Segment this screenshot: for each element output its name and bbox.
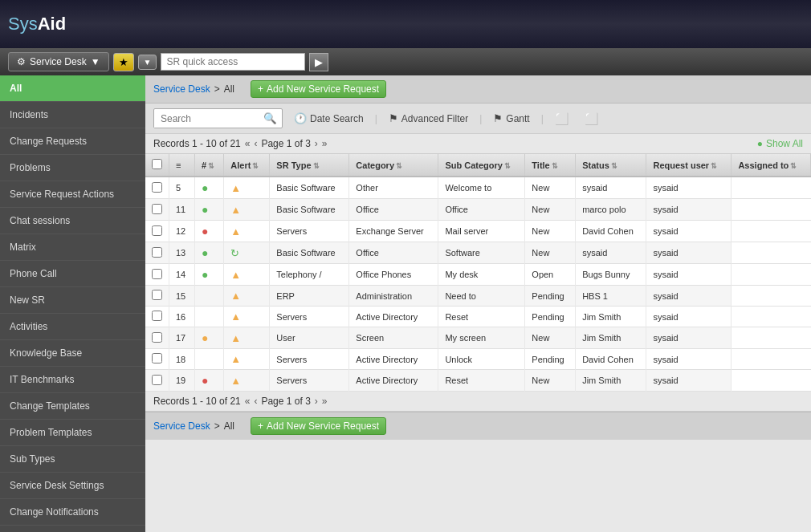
row-checkbox[interactable] xyxy=(152,311,162,321)
row-subcategory: Active Directory xyxy=(349,349,438,370)
date-search-label: Date Search xyxy=(310,113,364,124)
service-desk-label: Service Desk xyxy=(30,56,87,67)
sidebar-item-service-desk-settings[interactable]: Service Desk Settings xyxy=(0,473,145,499)
sidebar-item-problem-templates[interactable]: Problem Templates xyxy=(0,420,145,446)
table-row[interactable]: 19 ● ▲ Servers Active Directory Reset Ne… xyxy=(145,370,811,392)
col-title[interactable]: Title⇅ xyxy=(525,154,576,177)
row-title: Unlock xyxy=(438,349,525,370)
row-request-user: marco polo xyxy=(576,199,646,221)
sidebar-item-problems[interactable]: Problems xyxy=(0,155,145,181)
row-title: Welcome to xyxy=(438,177,525,199)
sidebar-item-all[interactable]: All xyxy=(0,75,145,102)
sidebar-item-change-notifications[interactable]: Change Notifications xyxy=(0,499,145,526)
search-input[interactable] xyxy=(154,110,259,128)
col-sort[interactable]: ≡ xyxy=(169,154,195,177)
sidebar-item-change-templates[interactable]: Change Templates xyxy=(0,393,145,420)
breadcrumb-current: All xyxy=(224,83,234,95)
col-request-user[interactable]: Request user⇅ xyxy=(646,154,732,177)
last-page-btn-bottom[interactable]: » xyxy=(322,396,328,407)
col-alert[interactable]: Alert⇅ xyxy=(224,154,270,177)
row-checkbox-cell xyxy=(145,221,169,242)
col-number[interactable]: #⇅ xyxy=(195,154,224,177)
srtype-refresh-icon: ↻ xyxy=(230,247,239,259)
row-srtype: ▲ xyxy=(224,199,270,221)
table-row[interactable]: 18 ▲ Servers Active Directory Unlock Pen… xyxy=(145,349,811,370)
quick-access-input[interactable] xyxy=(161,53,305,71)
col-subcategory[interactable]: Sub Category⇅ xyxy=(438,154,525,177)
footer-breadcrumb: Service Desk > All + Add New Service Req… xyxy=(145,412,811,440)
add-icon: + xyxy=(258,83,263,95)
table-row[interactable]: 15 ▲ ERP Administration Need to Pending … xyxy=(145,286,811,307)
row-checkbox[interactable] xyxy=(152,269,162,279)
alert-dot-red: ● xyxy=(202,225,208,238)
footer-add-button[interactable]: + Add New Service Request xyxy=(251,417,386,435)
col-category[interactable]: Category⇅ xyxy=(349,154,438,177)
col-assigned-to[interactable]: Assigned to⇅ xyxy=(732,154,811,177)
advanced-filter-button[interactable]: ⚑ Advanced Filter xyxy=(384,110,473,127)
row-title: Need to xyxy=(438,286,525,307)
table-row[interactable]: 5 ● ▲ Basic Software Other Welcome to Ne… xyxy=(145,177,811,199)
calendar-icon: 🕐 xyxy=(294,112,307,124)
export-pdf-button[interactable]: ⬜ xyxy=(580,110,603,128)
table-row[interactable]: 16 ▲ Servers Active Directory Reset Pend… xyxy=(145,307,811,327)
last-page-btn[interactable]: » xyxy=(322,138,328,149)
first-page-btn[interactable]: « xyxy=(245,138,251,149)
row-id: 5 xyxy=(169,177,195,199)
prev-page-btn-bottom[interactable]: ‹ xyxy=(254,396,257,407)
row-checkbox[interactable] xyxy=(152,182,162,193)
row-checkbox[interactable] xyxy=(152,332,162,343)
sidebar-item-service-request-actions[interactable]: Service Request Actions xyxy=(0,181,145,208)
sidebar-item-chat-sessions[interactable]: Chat sessions xyxy=(0,208,145,234)
add-service-request-button[interactable]: + Add New Service Request xyxy=(251,80,386,98)
table-row[interactable]: 17 ● ▲ User Screen My screen New Jim Smi… xyxy=(145,327,811,349)
sidebar-item-change-requests[interactable]: Change Requests xyxy=(0,128,145,155)
sidebar-item-matrix[interactable]: Matrix xyxy=(0,234,145,261)
table-row[interactable]: 11 ● ▲ Basic Software Office Office New … xyxy=(145,199,811,221)
select-all-checkbox[interactable] xyxy=(152,159,162,169)
sidebar-item-activities[interactable]: Activities xyxy=(0,314,145,340)
toolbar: 🔍 🕐 Date Search | ⚑ Advanced Filter | ⚑ … xyxy=(145,104,811,134)
gantt-button[interactable]: ⚑ Gantt xyxy=(488,110,534,127)
sidebar-item-knowledge-base[interactable]: Knowledge Base xyxy=(0,340,145,367)
sidebar-item-sub-types[interactable]: Sub Types xyxy=(0,446,145,473)
table-row[interactable]: 14 ● ▲ Telephony / Office Phones My desk… xyxy=(145,264,811,286)
row-checkbox[interactable] xyxy=(152,375,162,385)
logo-sys: Sys xyxy=(8,14,38,34)
row-alert: ● xyxy=(195,264,224,286)
show-all-button[interactable]: Show All xyxy=(757,138,803,149)
next-page-btn-bottom[interactable]: › xyxy=(315,396,318,407)
row-checkbox[interactable] xyxy=(152,225,162,236)
date-search-button[interactable]: 🕐 Date Search xyxy=(289,110,369,127)
row-checkbox[interactable] xyxy=(152,353,162,363)
table-row[interactable]: 12 ● ▲ Servers Exchange Server Mail serv… xyxy=(145,221,811,242)
next-page-btn[interactable]: › xyxy=(315,138,318,149)
row-assigned-to: sysaid xyxy=(646,349,732,370)
add-favorites-button[interactable]: ▼ xyxy=(138,55,157,70)
row-checkbox[interactable] xyxy=(152,204,162,214)
table-row[interactable]: 13 ● ↻ Basic Software Office Software Ne… xyxy=(145,242,811,264)
footer-service-desk[interactable]: Service Desk xyxy=(153,420,210,432)
export-excel-button[interactable]: ⬜ xyxy=(550,110,573,128)
nav-bar: ⚙ Service Desk ▼ ★ ▼ ▶ xyxy=(0,48,811,75)
page-info-bottom: Page 1 of 3 xyxy=(261,396,310,407)
service-desk-nav[interactable]: ⚙ Service Desk ▼ xyxy=(8,52,109,71)
prev-page-btn[interactable]: ‹ xyxy=(254,138,257,149)
row-srtype: ▲ xyxy=(224,221,270,242)
quick-access-button[interactable]: ▶ xyxy=(309,53,328,71)
favorites-button[interactable]: ★ xyxy=(113,53,134,71)
sidebar-item-phone-call[interactable]: Phone Call xyxy=(0,261,145,287)
breadcrumb-service-desk[interactable]: Service Desk xyxy=(153,83,210,95)
row-checkbox[interactable] xyxy=(152,290,162,300)
col-status[interactable]: Status⇅ xyxy=(576,154,646,177)
row-checkbox[interactable] xyxy=(152,247,162,258)
sidebar-item-incidents[interactable]: Incidents xyxy=(0,102,145,128)
app-logo: SysAid xyxy=(8,14,66,35)
first-page-btn-bottom[interactable]: « xyxy=(245,396,251,407)
sidebar-item-new-sr[interactable]: New SR xyxy=(0,287,145,314)
srtype-triangle-icon: ▲ xyxy=(230,353,241,365)
sidebar-item-it-benchmarks[interactable]: IT Benchmarks xyxy=(0,367,145,393)
search-button[interactable]: 🔍 xyxy=(259,109,282,128)
col-srtype[interactable]: SR Type⇅ xyxy=(270,154,349,177)
row-title: Reset xyxy=(438,307,525,327)
sep1: | xyxy=(375,113,377,124)
